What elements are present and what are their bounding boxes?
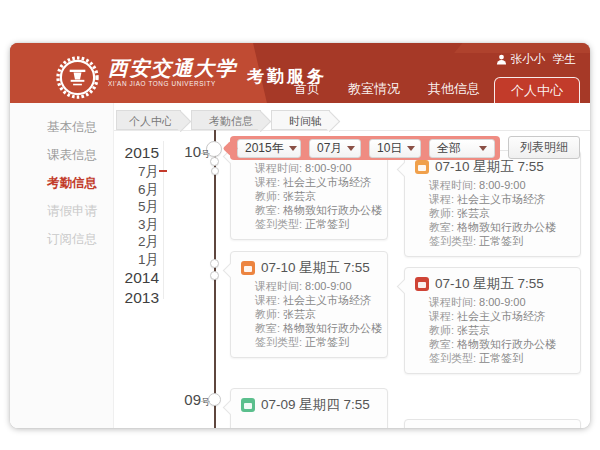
card-field: 教师:张芸京 <box>429 324 570 338</box>
sidebar-item-5[interactable]: 订阅信息 <box>10 225 113 253</box>
content-area: 个人中心考勤信息时间轴 20157月6月5月3月2月1月20142013 10号… <box>114 103 590 428</box>
calendar-icon <box>415 277 429 291</box>
chevron-down-icon <box>479 146 487 151</box>
card-field: 教师:张芸京 <box>429 207 570 221</box>
card-field-value: 正常签到 <box>479 235 523 247</box>
app-window: 西安交通大学 XI'AN JIAO TONG UNIVERSITY 考勤服务 张… <box>10 43 590 428</box>
card-field-value: 社会主义市场经济 <box>457 310 545 322</box>
university-name-cn: 西安交通大学 <box>108 56 237 80</box>
nav-item-4[interactable]: 个人中心 <box>494 77 580 103</box>
type-select-value: 全部 <box>437 140 461 157</box>
card-field-value: 8:00-9:00 <box>479 179 525 191</box>
card-field: 教室:格物致知行政办公楼 <box>429 338 570 352</box>
card-field-value: 格物致知行政办公楼 <box>283 322 382 334</box>
card-field-label: 课程: <box>255 176 280 188</box>
sidebar-item-1[interactable]: 基本信息 <box>10 113 113 141</box>
card-field: 签到类型:正常签到 <box>255 218 377 232</box>
nav-item-1[interactable]: 首页 <box>280 77 334 103</box>
card-body <box>231 414 387 424</box>
card-body: 课程时间:8:00-9:00课程:社会主义市场经济教师:张芸京教室:格物致知行政… <box>231 277 387 357</box>
card-field-label: 教室: <box>429 338 454 350</box>
card-field: 课程时间:8:00-9:00 <box>255 280 377 294</box>
university-name-en: XI'AN JIAO TONG UNIVERSITY <box>108 80 237 87</box>
day-select[interactable]: 10日 <box>369 139 421 158</box>
rail-item-6月[interactable]: 6月 <box>114 181 159 199</box>
card-date-title: 07-10 星期五 7:55 <box>261 259 370 277</box>
user-role: 学生 <box>553 52 576 67</box>
attendance-card[interactable]: 07-10 星期五 7:55课程时间:8:00-9:00课程:社会主义市场经济教… <box>404 150 581 257</box>
card-field-label: 课程时间: <box>429 179 476 191</box>
card-field-value: 格物致知行政办公楼 <box>283 204 382 216</box>
filter-bar: 2015年 07月 10日 全部 <box>230 136 500 160</box>
card-field-label: 课程: <box>255 294 280 306</box>
app-header: 西安交通大学 XI'AN JIAO TONG UNIVERSITY 考勤服务 张… <box>10 43 590 103</box>
calendar-icon <box>415 160 429 174</box>
month-select[interactable]: 07月 <box>309 139 361 158</box>
attendance-card-partial[interactable] <box>404 419 581 428</box>
rail-item-5月[interactable]: 5月 <box>114 198 159 216</box>
sidebar-item-2[interactable]: 课表信息 <box>10 141 113 169</box>
page-body: 基本信息课表信息考勤信息请假申请订阅信息 个人中心考勤信息时间轴 20157月6… <box>10 103 590 428</box>
card-header: 07-10 星期五 7:55 <box>405 268 580 293</box>
card-field: 课程时间:8:00-9:00 <box>255 162 377 176</box>
chevron-down-icon <box>289 146 297 151</box>
breadcrumb-item-1[interactable]: 个人中心 <box>116 110 181 130</box>
card-field: 签到类型:正常签到 <box>429 235 570 249</box>
card-field-label: 课程时间: <box>255 162 302 174</box>
card-field-label: 课程: <box>429 310 454 322</box>
card-field: 教室:格物致知行政办公楼 <box>255 204 377 218</box>
card-date-title: 07-10 星期五 7:55 <box>435 158 544 176</box>
card-field: 教室:格物致知行政办公楼 <box>255 322 377 336</box>
sidebar-item-4[interactable]: 请假申请 <box>10 197 113 225</box>
attendance-card[interactable]: 07-09 星期四 7:55 <box>230 388 388 428</box>
type-select[interactable]: 全部 <box>429 139 495 158</box>
list-detail-button[interactable]: 列表明细 <box>508 136 580 159</box>
rail-item-1月[interactable]: 1月 <box>114 251 159 269</box>
card-body: 课程时间:8:00-9:00课程:社会主义市场经济教师:张芸京教室:格物致知行政… <box>231 159 387 239</box>
card-field: 课程:社会主义市场经济 <box>429 310 570 324</box>
rail-item-3月[interactable]: 3月 <box>114 216 159 234</box>
breadcrumb-item-2[interactable]: 考勤信息 <box>191 110 261 130</box>
card-field-label: 签到类型: <box>255 218 302 230</box>
year-select[interactable]: 2015年 <box>237 139 301 158</box>
card-field-value: 格物致知行政办公楼 <box>457 338 556 350</box>
card-field: 签到类型:正常签到 <box>429 352 570 366</box>
rail-item-2014[interactable]: 2014 <box>114 268 159 288</box>
rail-item-2月[interactable]: 2月 <box>114 233 159 251</box>
person-icon <box>496 54 507 65</box>
user-info[interactable]: 张小小 学生 <box>496 52 577 67</box>
card-field-label: 签到类型: <box>429 352 476 364</box>
day-label-10: 10号 <box>170 143 210 161</box>
timeline-year-rail: 20157月6月5月3月2月1月20142013 <box>114 143 159 308</box>
card-field-label: 教师: <box>429 207 454 219</box>
card-field-value: 正常签到 <box>305 336 349 348</box>
sidebar-item-3[interactable]: 考勤信息 <box>10 169 113 197</box>
card-field-value: 张芸京 <box>283 308 316 320</box>
main-nav: 首页教室情况其他信息个人中心 <box>280 77 580 103</box>
timeline-node <box>210 259 219 268</box>
rail-item-7月[interactable]: 7月 <box>114 163 159 181</box>
rail-item-2013[interactable]: 2013 <box>114 288 159 308</box>
user-name: 张小小 <box>511 52 546 67</box>
breadcrumb-item-3[interactable]: 时间轴 <box>271 110 330 130</box>
card-field-value: 社会主义市场经济 <box>283 176 371 188</box>
attendance-card[interactable]: 07-10 星期五 7:55课程时间:8:00-9:00课程:社会主义市场经济教… <box>404 267 581 374</box>
rail-item-2015[interactable]: 2015 <box>114 143 159 163</box>
card-field-value: 张芸京 <box>457 324 490 336</box>
card-field-value: 正常签到 <box>305 218 349 230</box>
nav-item-2[interactable]: 教室情况 <box>334 77 414 103</box>
card-body: 课程时间:8:00-9:00课程:社会主义市场经济教师:张芸京教室:格物致知行政… <box>405 293 580 373</box>
card-field-value: 张芸京 <box>283 190 316 202</box>
timeline-node <box>210 271 219 280</box>
attendance-card[interactable]: 07-10 星期五 7:55课程时间:8:00-9:00课程:社会主义市场经济教… <box>230 251 388 358</box>
card-field-label: 签到类型: <box>255 336 302 348</box>
day-select-value: 10日 <box>377 140 402 157</box>
card-field: 课程:社会主义市场经济 <box>429 193 570 207</box>
day-label-09: 09号 <box>170 391 210 409</box>
card-field: 课程:社会主义市场经济 <box>255 294 377 308</box>
card-field-label: 教室: <box>255 204 280 216</box>
card-field-label: 教师: <box>429 324 454 336</box>
calendar-icon <box>241 398 255 412</box>
nav-item-3[interactable]: 其他信息 <box>414 77 494 103</box>
card-field-label: 教师: <box>255 190 280 202</box>
